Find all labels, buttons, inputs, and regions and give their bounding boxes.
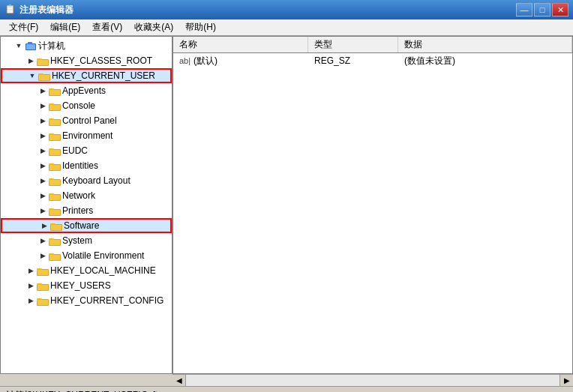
tree-item-printers[interactable]: ▶ Printers bbox=[1, 203, 172, 218]
menu-item-v[interactable]: 查看(V) bbox=[86, 19, 128, 35]
reg-data-cell: (数值未设置) bbox=[401, 55, 569, 67]
tree-pane[interactable]: ▼ 计算机 ▶ HKEY_CLASSES_ROOT ▼ bbox=[1, 37, 173, 373]
tree-item-hkcc[interactable]: ▶ HKEY_CURRENT_CONFIG bbox=[1, 293, 172, 308]
svg-rect-8 bbox=[39, 75, 50, 80]
folder-icon-system bbox=[49, 236, 61, 246]
folder-icon-appevents bbox=[49, 86, 61, 96]
printers-expand-icon: ▶ bbox=[37, 205, 49, 217]
svg-rect-23 bbox=[50, 150, 60, 155]
software-label: Software bbox=[64, 220, 99, 231]
col-header-type: 类型 bbox=[308, 37, 398, 52]
environment-label: Environment bbox=[62, 130, 112, 141]
svg-rect-38 bbox=[51, 225, 62, 230]
hkcr-expand-icon: ▶ bbox=[25, 55, 37, 67]
console-label: Console bbox=[62, 100, 95, 111]
svg-rect-17 bbox=[50, 120, 60, 125]
tree-item-software[interactable]: ▶ Software bbox=[1, 218, 172, 233]
folder-icon-hku bbox=[37, 281, 49, 291]
svg-rect-44 bbox=[50, 255, 60, 260]
scroll-left-button[interactable]: ◀ bbox=[172, 375, 186, 386]
folder-icon-hkcu bbox=[38, 71, 50, 81]
status-bar: 计算机\HKEY_CURRENT_USER\Software bbox=[0, 386, 573, 392]
folder-icon-network bbox=[49, 191, 61, 201]
hku-label: HKEY_USERS bbox=[50, 280, 111, 291]
tree-item-network[interactable]: ▶ Network bbox=[1, 188, 172, 203]
svg-rect-32 bbox=[50, 195, 60, 200]
column-headers: 名称 类型 数据 bbox=[173, 37, 572, 53]
hku-expand-icon: ▶ bbox=[25, 280, 37, 292]
folder-icon-hkcr bbox=[37, 56, 49, 66]
tree-root[interactable]: ▼ 计算机 bbox=[1, 38, 172, 53]
registry-row[interactable]: ab| ab|(默认) (默认) REG_SZ (数值未设置) bbox=[173, 53, 572, 68]
col-header-name: 名称 bbox=[173, 37, 308, 52]
tree-item-eudc[interactable]: ▶ EUDC bbox=[1, 143, 172, 158]
menu-item-a[interactable]: 收藏夹(A) bbox=[128, 19, 179, 35]
volatileenv-expand-icon: ▶ bbox=[37, 250, 49, 262]
tree-item-console[interactable]: ▶ Console bbox=[1, 98, 172, 113]
tree-item-volatileenv[interactable]: ▶ Volatile Environment bbox=[1, 248, 172, 263]
folder-icon-keyboardlayout bbox=[49, 176, 61, 186]
tree-item-identities[interactable]: ▶ Identities bbox=[1, 158, 172, 173]
svg-rect-26 bbox=[50, 165, 60, 170]
hkcc-expand-icon: ▶ bbox=[25, 295, 37, 307]
folder-icon-volatileenv bbox=[49, 251, 61, 261]
reg-type-cell: REG_SZ bbox=[311, 55, 401, 66]
right-pane: 名称 类型 数据 ab| ab|(默认) (默认) REG_SZ (数值未设置) bbox=[173, 37, 572, 373]
status-path: 计算机\HKEY_CURRENT_USER\Software bbox=[6, 389, 177, 392]
root-label: 计算机 bbox=[38, 40, 65, 52]
title-bar: 📋 注册表编辑器 — □ ✕ bbox=[0, 0, 573, 19]
reg-name-cell: ab| ab|(默认) (默认) bbox=[176, 55, 311, 67]
menu-item-f[interactable]: 文件(F) bbox=[3, 19, 44, 35]
tree-item-hklm[interactable]: ▶ HKEY_LOCAL_MACHINE bbox=[1, 263, 172, 278]
hkcr-label: HKEY_CLASSES_ROOT bbox=[50, 55, 152, 66]
environment-expand-icon: ▶ bbox=[37, 130, 49, 142]
system-expand-icon: ▶ bbox=[37, 235, 49, 247]
tree-item-controlpanel[interactable]: ▶ Control Panel bbox=[1, 113, 172, 128]
appevents-expand-icon: ▶ bbox=[37, 85, 49, 97]
svg-rect-1 bbox=[28, 42, 32, 44]
title-text: 注册表编辑器 bbox=[20, 4, 513, 16]
folder-icon-console bbox=[49, 101, 61, 111]
hkcu-expand-icon: ▼ bbox=[26, 70, 38, 82]
app-icon: 📋 bbox=[4, 4, 16, 16]
hkcc-label: HKEY_CURRENT_CONFIG bbox=[50, 295, 164, 306]
folder-icon-printers bbox=[49, 206, 61, 216]
menu-item-h[interactable]: 帮助(H) bbox=[179, 19, 222, 35]
hklm-expand-icon: ▶ bbox=[25, 265, 37, 277]
hklm-label: HKEY_LOCAL_MACHINE bbox=[50, 265, 156, 276]
svg-rect-50 bbox=[38, 285, 48, 290]
svg-rect-20 bbox=[50, 135, 60, 140]
console-expand-icon: ▶ bbox=[37, 100, 49, 112]
close-button[interactable]: ✕ bbox=[552, 3, 568, 16]
tree-item-hkcu[interactable]: ▼ HKEY_CURRENT_USER bbox=[1, 68, 172, 83]
tree-item-hku[interactable]: ▶ HKEY_USERS bbox=[1, 278, 172, 293]
identities-label: Identities bbox=[62, 160, 98, 171]
root-expand-icon: ▼ bbox=[13, 40, 25, 52]
folder-icon-software bbox=[50, 221, 62, 231]
h-scrollbar[interactable]: ◀ ▶ bbox=[172, 374, 573, 386]
computer-icon bbox=[25, 41, 37, 51]
scroll-right-button[interactable]: ▶ bbox=[560, 375, 573, 386]
svg-rect-5 bbox=[38, 60, 48, 65]
folder-icon-identities bbox=[49, 161, 61, 171]
menu-item-e[interactable]: 编辑(E) bbox=[44, 19, 86, 35]
volatileenv-label: Volatile Environment bbox=[62, 250, 144, 261]
appevents-label: AppEvents bbox=[62, 85, 106, 96]
tree-item-environment[interactable]: ▶ Environment bbox=[1, 128, 172, 143]
svg-rect-29 bbox=[50, 180, 60, 185]
identities-expand-icon: ▶ bbox=[37, 160, 49, 172]
ab-icon: ab| bbox=[179, 56, 190, 65]
tree-item-hkcr[interactable]: ▶ HKEY_CLASSES_ROOT bbox=[1, 53, 172, 68]
tree-item-appevents[interactable]: ▶ AppEvents bbox=[1, 83, 172, 98]
tree-item-system[interactable]: ▶ System bbox=[1, 233, 172, 248]
folder-icon-hklm bbox=[37, 266, 49, 276]
system-label: System bbox=[62, 235, 92, 246]
scroll-track[interactable] bbox=[186, 375, 560, 386]
maximize-button[interactable]: □ bbox=[534, 3, 550, 16]
reg-default-label: (默认) bbox=[194, 55, 218, 67]
tree-item-keyboardlayout[interactable]: ▶ Keyboard Layout bbox=[1, 173, 172, 188]
minimize-button[interactable]: — bbox=[516, 3, 532, 16]
folder-icon-controlpanel bbox=[49, 116, 61, 126]
menu-bar: 文件(F)编辑(E)查看(V)收藏夹(A)帮助(H) bbox=[0, 19, 573, 36]
printers-label: Printers bbox=[62, 205, 93, 216]
